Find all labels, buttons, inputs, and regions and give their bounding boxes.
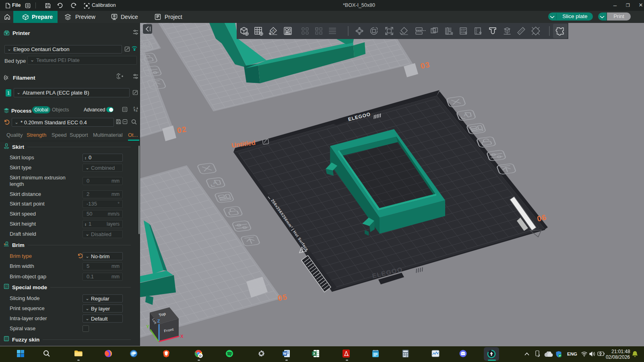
svg-text:A: A (272, 29, 275, 33)
svg-text:Z: Z (157, 319, 160, 323)
svg-text:A: A (133, 106, 135, 109)
svg-text:B: B (136, 109, 138, 112)
svg-text:D: D (199, 354, 202, 358)
svg-text:X: X (313, 352, 315, 356)
svg-text:W: W (283, 352, 287, 356)
svg-text:02: 02 (176, 125, 187, 135)
svg-text:Y: Y (146, 324, 149, 329)
svg-text:05: 05 (277, 292, 288, 302)
svg-text:X: X (180, 334, 184, 339)
